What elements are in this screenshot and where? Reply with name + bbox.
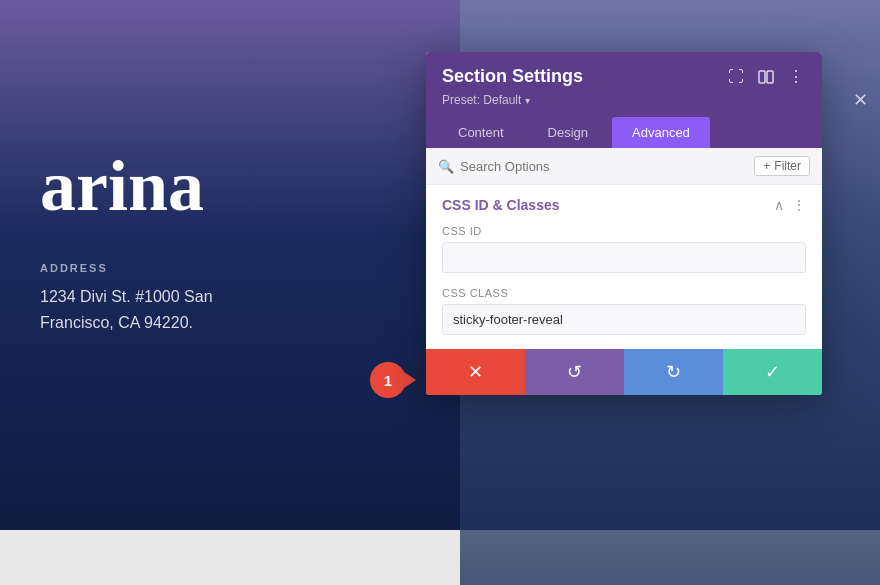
filter-plus-icon: + [763, 159, 770, 173]
filter-button[interactable]: + Filter [754, 156, 810, 176]
redo-button[interactable]: ↻ [624, 349, 723, 395]
cancel-icon: ✕ [468, 361, 483, 383]
css-id-label: CSS ID [442, 225, 806, 237]
modal-header-icons: ⛶ ⋮ [726, 67, 806, 87]
preset-arrow-icon: ▾ [525, 95, 530, 106]
address-text: 1234 Divi St. #1000 San Francisco, CA 94… [40, 284, 380, 335]
undo-button[interactable]: ↺ [525, 349, 624, 395]
address-label: ADDRESS [40, 262, 380, 274]
page-title: arina [40, 150, 380, 222]
expand-icon[interactable]: ⛶ [726, 67, 746, 87]
page-close-button[interactable]: ✕ [848, 88, 872, 112]
page-content-area: arina ADDRESS 1234 Divi St. #1000 San Fr… [0, 0, 420, 585]
collapse-icon[interactable]: ∧ [774, 197, 784, 213]
save-icon: ✓ [765, 361, 780, 383]
undo-icon: ↺ [567, 361, 582, 383]
columns-icon[interactable] [756, 67, 776, 87]
modal-body: CSS ID & Classes ∧ ⋮ CSS ID CSS Class [426, 185, 822, 335]
step-indicator: 1 [370, 362, 416, 398]
search-bar: 🔍 + Filter [426, 148, 822, 185]
css-id-input[interactable] [442, 242, 806, 273]
modal-header: Section Settings ⛶ ⋮ Preset: Default ▾ [426, 52, 822, 117]
css-class-field: CSS Class [442, 287, 806, 335]
tab-advanced[interactable]: Advanced [612, 117, 710, 148]
section-settings-modal: Section Settings ⛶ ⋮ Preset: Default ▾ C… [426, 52, 822, 395]
svg-rect-1 [767, 71, 773, 83]
preset-selector[interactable]: Preset: Default ▾ [442, 93, 806, 107]
address-line1: 1234 Divi St. #1000 San [40, 288, 213, 305]
step-circle: 1 [370, 362, 406, 398]
css-class-label: CSS Class [442, 287, 806, 299]
css-class-input[interactable] [442, 304, 806, 335]
section-group-header: CSS ID & Classes ∧ ⋮ [442, 197, 806, 213]
modal-toolbar: ✕ ↺ ↻ ✓ [426, 349, 822, 395]
modal-tabs: Content Design Advanced [426, 117, 822, 148]
address-line2: Francisco, CA 94220. [40, 314, 193, 331]
section-group-actions: ∧ ⋮ [774, 197, 806, 213]
tab-design[interactable]: Design [528, 117, 608, 148]
more-options-icon[interactable]: ⋮ [786, 67, 806, 87]
cancel-button[interactable]: ✕ [426, 349, 525, 395]
modal-header-top: Section Settings ⛶ ⋮ [442, 66, 806, 87]
save-button[interactable]: ✓ [723, 349, 822, 395]
search-input[interactable] [460, 159, 754, 174]
tab-content[interactable]: Content [438, 117, 524, 148]
svg-rect-0 [759, 71, 765, 83]
search-input-wrapper: 🔍 [438, 159, 754, 174]
css-id-field: CSS ID [442, 225, 806, 273]
search-icon: 🔍 [438, 159, 454, 174]
modal-title: Section Settings [442, 66, 583, 87]
section-group-title: CSS ID & Classes [442, 197, 560, 213]
section-options-icon[interactable]: ⋮ [792, 197, 806, 213]
preset-label: Preset: Default [442, 93, 521, 107]
filter-label: Filter [774, 159, 801, 173]
redo-icon: ↻ [666, 361, 681, 383]
css-id-classes-section: CSS ID & Classes ∧ ⋮ CSS ID CSS Class [426, 185, 822, 335]
